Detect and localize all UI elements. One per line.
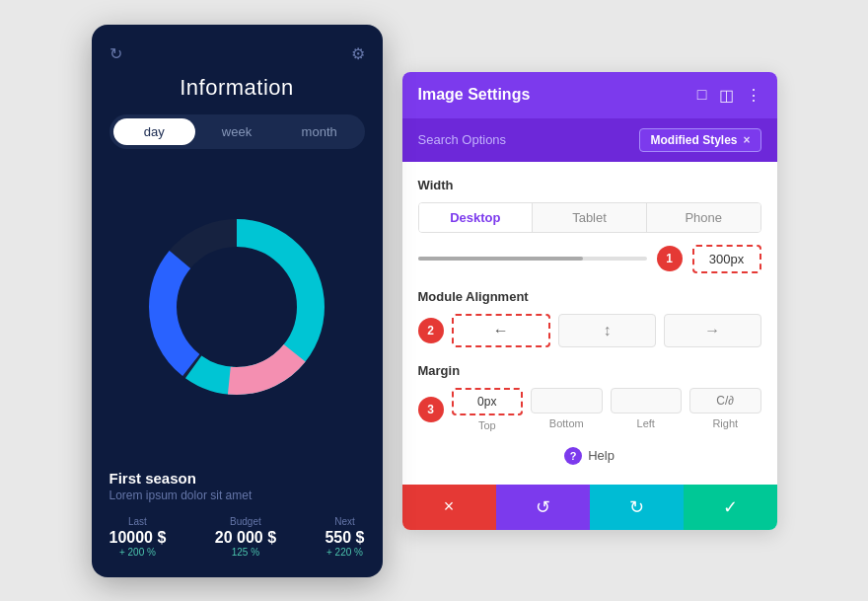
help-icon[interactable]: ? — [564, 447, 582, 465]
margin-left-cell: Left — [611, 388, 683, 431]
season-subtitle: Lorem ipsum dolor sit amet — [109, 488, 365, 502]
settings-panel: Image Settings □ ◫ ⋮ Search Options Modi… — [402, 72, 777, 530]
margin-right-cell: Right — [689, 388, 761, 431]
align-right-btn[interactable]: → — [664, 314, 761, 347]
tab-phone[interactable]: Phone — [647, 203, 760, 232]
mobile-preview: ↻ ⚙ Information day week month First sea… — [92, 25, 383, 577]
callout-badge-1: 1 — [657, 246, 683, 271]
slider-fill — [418, 257, 583, 261]
stat-next-value: 550 $ — [325, 529, 364, 547]
device-tabs: Desktop Tablet Phone — [418, 202, 761, 233]
more-icon[interactable]: ⋮ — [746, 86, 761, 105]
width-input[interactable] — [692, 245, 761, 273]
stat-last-change: + 200 % — [119, 547, 156, 558]
margin-bottom-cell: Bottom — [531, 388, 603, 431]
mobile-header: ↻ ⚙ — [109, 44, 365, 63]
alignment-row: 2 ← ↕ → — [418, 314, 761, 347]
width-row: 1 — [418, 245, 761, 273]
chart-area — [109, 165, 365, 450]
tab-week[interactable]: week — [195, 118, 278, 145]
expand-icon[interactable]: □ — [697, 86, 707, 104]
callout-badge-2: 2 — [418, 318, 444, 343]
stat-budget-value: 20 000 $ — [215, 529, 276, 547]
margin-top-input[interactable] — [452, 388, 524, 415]
stat-last-value: 10000 $ — [109, 529, 167, 547]
season-title: First season — [109, 470, 365, 487]
tab-month[interactable]: month — [278, 118, 361, 145]
help-text: Help — [588, 448, 615, 463]
margin-left-input[interactable] — [611, 388, 683, 413]
tab-desktop[interactable]: Desktop — [419, 203, 534, 232]
stat-budget-label: Budget — [230, 516, 261, 527]
settings-footer: × ↺ ↻ ✓ — [402, 485, 777, 530]
margin-top-cell: Top — [452, 388, 524, 431]
period-tabs: day week month — [109, 114, 365, 149]
app-title: Information — [109, 75, 365, 101]
stats-row: Last 10000 $ + 200 % Budget 20 000 $ 125… — [109, 516, 365, 558]
margin-row: Top Bottom Left Right — [452, 388, 761, 431]
alignment-label: Module Alignment — [418, 289, 761, 304]
columns-icon[interactable]: ◫ — [719, 86, 734, 105]
search-bar: Search Options Modified Styles × — [402, 118, 777, 162]
margin-bottom-input[interactable] — [531, 388, 603, 413]
settings-header: Image Settings □ ◫ ⋮ — [402, 72, 777, 118]
settings-title: Image Settings — [418, 86, 531, 104]
modified-badge: Modified Styles × — [639, 128, 760, 152]
stat-last: Last 10000 $ + 200 % — [109, 516, 167, 558]
callout-badge-3: 3 — [418, 397, 444, 422]
modified-close[interactable]: × — [743, 133, 750, 147]
info-section: First season Lorem ipsum dolor sit amet … — [109, 460, 365, 558]
settings-body: Width Desktop Tablet Phone 1 Module Alig… — [402, 162, 777, 485]
cancel-button[interactable]: × — [402, 485, 496, 530]
width-label: Width — [418, 178, 761, 192]
confirm-button[interactable]: ✓ — [684, 485, 777, 530]
align-center-btn[interactable]: ↕ — [558, 314, 656, 347]
help-row: ? Help — [418, 435, 761, 469]
redo-button[interactable]: ↻ — [590, 485, 684, 530]
margin-right-input[interactable] — [689, 388, 761, 413]
search-label: Search Options — [418, 132, 507, 147]
stat-next: Next 550 $ + 220 % — [325, 516, 364, 558]
stat-budget: Budget 20 000 $ 125 % — [215, 516, 276, 558]
donut-chart — [138, 208, 335, 406]
tab-tablet[interactable]: Tablet — [533, 203, 647, 232]
stat-next-label: Next — [334, 516, 355, 527]
align-left-btn[interactable]: ← — [452, 314, 551, 347]
stat-last-label: Last — [128, 516, 147, 527]
margin-left-label: Left — [637, 417, 655, 429]
stat-next-change: + 220 % — [326, 547, 363, 558]
stat-budget-change: 125 % — [232, 547, 259, 558]
modified-label: Modified Styles — [650, 133, 737, 147]
history-icon: ↻ — [109, 44, 122, 63]
margin-bottom-label: Bottom — [549, 417, 584, 429]
undo-button[interactable]: ↺ — [496, 485, 590, 530]
settings-icon: ⚙ — [351, 44, 365, 63]
margin-label: Margin — [418, 363, 761, 378]
header-icons: □ ◫ ⋮ — [697, 86, 761, 105]
margin-right-label: Right — [712, 417, 738, 429]
margin-top-label: Top — [478, 419, 496, 431]
width-slider[interactable] — [418, 257, 647, 261]
tab-day[interactable]: day — [113, 118, 196, 145]
